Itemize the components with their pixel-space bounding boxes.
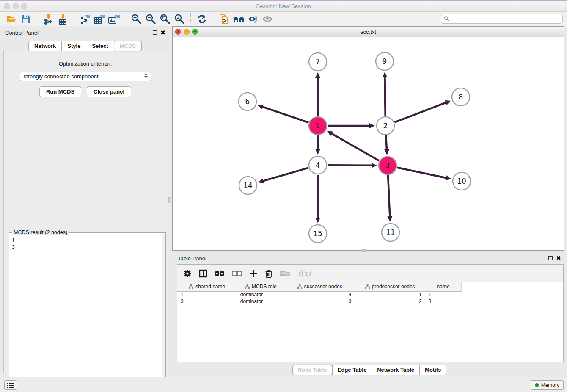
- float-panel-icon[interactable]: [153, 30, 157, 35]
- tab-network[interactable]: Network: [28, 41, 62, 51]
- network-minimize-button[interactable]: −: [184, 29, 190, 35]
- mcds-result-title: MCDS result (2 nodes): [12, 229, 69, 235]
- graph-node-label: 1: [316, 121, 320, 130]
- close-panel-icon[interactable]: ✖: [160, 30, 165, 35]
- cell-name[interactable]: 1: [425, 291, 462, 298]
- hide-selected-button[interactable]: [246, 13, 260, 25]
- table-row[interactable]: 3 dominator 3 2 3: [177, 298, 462, 305]
- vertical-splitter-grip[interactable]: [168, 197, 171, 203]
- graph-edge-2-8[interactable]: [394, 102, 446, 122]
- delete-table-button[interactable]: [280, 270, 291, 277]
- hide-eye-icon: [247, 14, 259, 24]
- graph-node-label: 14: [243, 181, 253, 190]
- cell-name[interactable]: 3: [425, 298, 462, 305]
- mcds-result-scrollbar[interactable]: [162, 234, 165, 389]
- float-table-panel-icon[interactable]: [548, 256, 553, 260]
- column-header-predecessor-nodes[interactable]: predecessor nodes: [355, 282, 425, 291]
- tab-node-table[interactable]: Node Table: [292, 365, 333, 375]
- run-mcds-button[interactable]: Run MCDS: [39, 86, 81, 97]
- tab-style[interactable]: Style: [61, 41, 86, 51]
- mcds-result-text[interactable]: 1 3: [12, 237, 160, 389]
- graph-edge-4-3[interactable]: [328, 165, 372, 166]
- node-table-header-row: shared name MCDS role successor nodes pr…: [177, 282, 462, 291]
- zoom-window-button[interactable]: [21, 3, 27, 9]
- delete-table-icon: [280, 270, 291, 277]
- tab-mcds[interactable]: MCDS: [114, 41, 142, 51]
- show-eye-icon: [261, 14, 273, 24]
- zoom-out-button[interactable]: [143, 13, 158, 25]
- search-icon: [444, 16, 449, 22]
- graph-edge-3-10[interactable]: [397, 168, 447, 178]
- cell-predecessor-nodes[interactable]: 1: [355, 291, 425, 298]
- open-file-button[interactable]: [4, 13, 19, 25]
- network-close-button[interactable]: ✕: [175, 29, 181, 35]
- cell-mcds-role[interactable]: dominator: [237, 298, 285, 305]
- export-table-button[interactable]: [92, 13, 107, 25]
- toolbar-separator: [37, 13, 37, 25]
- close-table-panel-icon[interactable]: ✖: [556, 256, 561, 260]
- graph-edge-1-6[interactable]: [262, 107, 308, 123]
- graph-edge-3-11[interactable]: [388, 175, 390, 217]
- cell-predecessor-nodes[interactable]: 2: [355, 298, 425, 305]
- memory-button[interactable]: Memory: [531, 380, 564, 390]
- import-network-button[interactable]: [41, 13, 55, 25]
- import-table-button[interactable]: [55, 13, 70, 25]
- tab-select[interactable]: Select: [86, 41, 114, 51]
- horizontal-splitter-grip[interactable]: [362, 249, 367, 252]
- tab-edge-table[interactable]: Edge Table: [332, 365, 372, 375]
- tab-network-table[interactable]: Network Table: [372, 365, 420, 375]
- cell-shared-name[interactable]: 3: [177, 298, 237, 305]
- delete-column-button[interactable]: [265, 269, 272, 278]
- column-header-successor-nodes[interactable]: successor nodes: [285, 282, 355, 291]
- select-all-button[interactable]: [215, 271, 225, 276]
- graph-edge-4-14[interactable]: [263, 168, 308, 181]
- function-builder-button[interactable]: f(x): [298, 269, 311, 278]
- toolbar-search: [441, 14, 563, 24]
- first-neighbors-button[interactable]: [231, 13, 246, 25]
- memory-label: Memory: [541, 382, 559, 388]
- graph-edge-2-3[interactable]: [386, 135, 387, 150]
- graph-edge-3-1[interactable]: [331, 133, 379, 161]
- column-header-mcds-role[interactable]: MCDS role: [237, 282, 285, 291]
- cell-mcds-role[interactable]: dominator: [237, 291, 285, 298]
- deselect-all-button[interactable]: [232, 271, 242, 276]
- network-canvas[interactable]: 1234678910111415: [173, 37, 564, 250]
- export-network-button[interactable]: [78, 13, 92, 25]
- save-session-button[interactable]: [19, 13, 33, 25]
- graph-node-label: 9: [383, 57, 387, 66]
- network-window-titlebar[interactable]: ✕ − + scc.txt: [173, 27, 564, 37]
- show-all-button[interactable]: [260, 13, 275, 25]
- apply-layout-button[interactable]: [195, 13, 209, 25]
- close-window-button[interactable]: [4, 3, 10, 9]
- add-column-button[interactable]: [249, 269, 258, 278]
- zoom-out-icon: [145, 14, 156, 25]
- zoom-in-button[interactable]: [129, 13, 143, 25]
- plus-icon: [249, 269, 258, 278]
- minimize-window-button[interactable]: [13, 3, 19, 9]
- status-bar: Memory: [0, 377, 567, 392]
- clone-network-button[interactable]: [217, 13, 231, 25]
- tab-motifs[interactable]: Motifs: [419, 365, 446, 375]
- column-header-name[interactable]: name: [425, 282, 462, 291]
- close-panel-button[interactable]: Close panel: [87, 86, 131, 97]
- table-row[interactable]: 1 dominator 4 1 1: [177, 291, 462, 298]
- cell-successor-nodes[interactable]: 3: [285, 298, 355, 305]
- table-settings-button[interactable]: [183, 269, 192, 278]
- refresh-icon: [196, 14, 207, 25]
- graph-node-label: 2: [383, 121, 388, 130]
- graph-edge-arrowhead: [446, 175, 451, 180]
- zoom-fit-button[interactable]: [158, 13, 172, 25]
- criterion-select[interactable]: strongly connected component: [20, 72, 151, 81]
- export-image-button[interactable]: [107, 13, 121, 25]
- task-history-button[interactable]: [4, 380, 17, 390]
- column-header-shared-name[interactable]: shared name: [177, 282, 237, 291]
- cell-successor-nodes[interactable]: 4: [285, 291, 355, 298]
- cell-shared-name[interactable]: 1: [177, 291, 237, 298]
- zoom-selected-button[interactable]: [172, 13, 187, 25]
- graph-edge-arrowhead: [372, 163, 377, 168]
- network-maximize-button[interactable]: +: [192, 29, 198, 35]
- zoom-fit-icon: [160, 14, 171, 25]
- show-column-panel-button[interactable]: [199, 269, 207, 278]
- graph-edge-2-9[interactable]: [385, 77, 385, 116]
- search-input[interactable]: [441, 14, 563, 24]
